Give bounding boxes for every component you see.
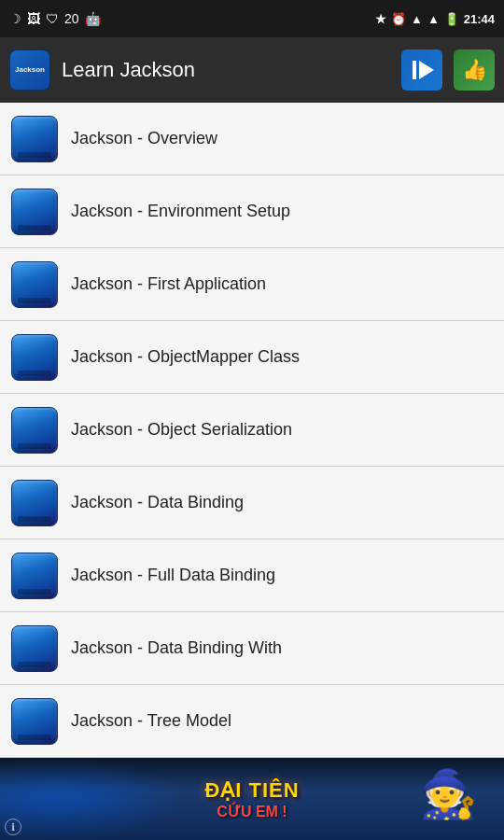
icon-android: 🤖 [85, 11, 101, 26]
ad-info-icon[interactable]: ℹ [5, 819, 21, 835]
item-label: Jackson - Data Binding [71, 493, 244, 513]
icon-moon: ☽ [9, 11, 21, 26]
list-item[interactable]: Jackson - Tree Model [0, 685, 504, 758]
app-title: Learn Jackson [62, 58, 390, 82]
ad-line1: ĐẠI TIÊN [204, 778, 299, 803]
list-item[interactable]: Jackson - Full Data Binding [0, 539, 504, 612]
ad-text: ĐẠI TIÊN CỨU EM ! [204, 778, 299, 820]
list-item[interactable]: Jackson - ObjectMapper Class [0, 321, 504, 394]
item-book-icon [11, 116, 58, 162]
icon-star: ★ [375, 12, 386, 26]
icon-alarm: ⏰ [391, 12, 406, 26]
item-book-icon [11, 553, 58, 599]
icon-battery: 🔋 [444, 12, 459, 26]
list-item[interactable]: Jackson - Environment Setup [0, 175, 504, 248]
item-book-icon [11, 480, 58, 526]
icon-shield: 🛡 [46, 11, 59, 26]
like-button[interactable]: 👍 [454, 49, 495, 91]
ad-bg-glow [0, 758, 187, 840]
list-item[interactable]: Jackson - First Application [0, 248, 504, 321]
status-bar: ☽ 🖼 🛡 20 🤖 ★ ⏰ ▲ ▲ 🔋 21:44 [0, 0, 504, 37]
item-label: Jackson - Object Serialization [71, 420, 292, 441]
icon-signal: ▲ [427, 12, 440, 26]
item-label: Jackson - ObjectMapper Class [71, 347, 300, 368]
list-item[interactable]: Jackson - Overview [0, 103, 504, 175]
ad-character: 🧙 [392, 758, 504, 840]
icon-photo: 🖼 [27, 11, 40, 26]
status-time: 21:44 [464, 12, 495, 26]
item-label: Jackson - Overview [71, 129, 217, 149]
item-label: Jackson - Environment Setup [71, 202, 290, 222]
play-triangle-icon [419, 61, 434, 79]
ad-line2: CỨU EM ! [204, 803, 299, 820]
app-logo: Jackson [9, 49, 50, 91]
item-book-icon [11, 189, 58, 235]
thumbs-up-icon: 👍 [462, 58, 487, 82]
app-bar: Jackson Learn Jackson 👍 [0, 37, 504, 103]
list-item[interactable]: Jackson - Object Serialization [0, 394, 504, 467]
item-book-icon [11, 698, 58, 745]
ad-banner[interactable]: ĐẠI TIÊN CỨU EM ! 🧙 ℹ [0, 758, 504, 840]
item-book-icon [11, 625, 58, 672]
play-button[interactable] [401, 49, 442, 91]
icon-wifi: ▲ [411, 12, 423, 26]
item-book-icon [11, 407, 58, 454]
list-item[interactable]: Jackson - Data Binding [0, 467, 504, 539]
icon-badge: 20 [64, 11, 79, 26]
item-label: Jackson - Data Binding With [71, 638, 282, 659]
item-label: Jackson - First Application [71, 274, 266, 295]
item-book-icon [11, 334, 58, 381]
item-book-icon [11, 261, 58, 308]
list-item[interactable]: Jackson - Data Binding With [0, 612, 504, 685]
status-icons-left: ☽ 🖼 🛡 20 🤖 [9, 11, 101, 26]
item-label: Jackson - Tree Model [71, 711, 231, 732]
play-bar-left [413, 61, 416, 79]
item-label: Jackson - Full Data Binding [71, 566, 275, 586]
tutorial-list: Jackson - OverviewJackson - Environment … [0, 103, 504, 758]
status-icons-right: ★ ⏰ ▲ ▲ 🔋 21:44 [375, 12, 495, 26]
